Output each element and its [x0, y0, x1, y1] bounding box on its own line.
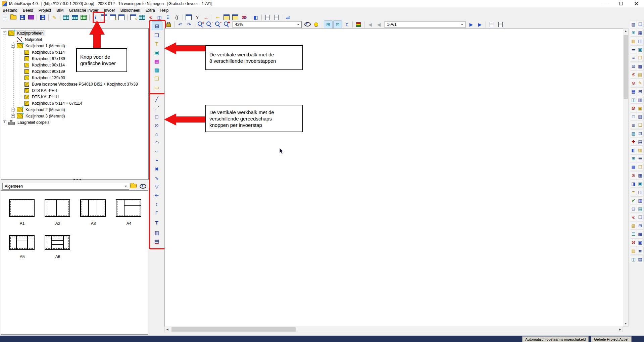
- menu-item[interactable]: Beeld: [20, 7, 36, 13]
- cascade-windows-icon[interactable]: ◧: [252, 14, 260, 21]
- drawing-canvas[interactable]: [164, 28, 623, 327]
- template-thumbnail[interactable]: A2: [45, 199, 71, 226]
- toolbar-icon[interactable]: [127, 14, 128, 20]
- dock-icon[interactable]: ▣: [637, 180, 644, 188]
- tree-expander-icon[interactable]: [11, 44, 15, 48]
- dock-icon[interactable]: ◫: [630, 255, 637, 263]
- dock-icon[interactable]: ▩: [637, 230, 644, 238]
- dock-icon[interactable]: ▨: [630, 222, 637, 230]
- dock-icon[interactable]: ▤: [637, 205, 644, 213]
- close-button[interactable]: [629, 0, 644, 7]
- dock-icon[interactable]: ⊞: [637, 222, 644, 230]
- dock-icon[interactable]: ◨: [630, 180, 637, 188]
- toolbar-icon[interactable]: [195, 21, 195, 28]
- dock-icon[interactable]: ▥: [637, 196, 644, 204]
- toolbar-icon[interactable]: [183, 14, 183, 20]
- snap-toggle-icon[interactable]: ⊡: [333, 20, 342, 29]
- toolbar-icon[interactable]: [48, 14, 49, 20]
- tree-row[interactable]: Kozijnhout 3 (Meranti): [1, 113, 148, 119]
- dock-icon[interactable]: €: [630, 70, 637, 79]
- menu-item[interactable]: Bestand: [0, 7, 20, 13]
- dock-icon[interactable]: ◫: [637, 37, 644, 45]
- dock-icon[interactable]: ▤: [630, 20, 637, 28]
- template-thumbnail[interactable]: A6: [45, 235, 71, 259]
- dock-icon[interactable]: ☰: [637, 154, 644, 162]
- tree-expander-icon[interactable]: [11, 114, 15, 118]
- scroll-up-icon[interactable]: ▲: [623, 29, 628, 34]
- dock-icon[interactable]: ≣: [630, 121, 637, 129]
- dock-icon[interactable]: ▨: [630, 129, 637, 137]
- library-book-icon[interactable]: [27, 14, 35, 21]
- template-thumbnail[interactable]: A4: [116, 199, 142, 226]
- scroll-right-icon[interactable]: ▶: [617, 327, 623, 332]
- 3d-view-icon[interactable]: 3D: [240, 14, 248, 21]
- previous-sheet-icon[interactable]: ◀: [366, 21, 374, 28]
- toolbar-icon[interactable]: [212, 14, 212, 20]
- toolbar-icon[interactable]: [60, 14, 60, 20]
- toolbar-icon[interactable]: [486, 21, 486, 28]
- dock-icon[interactable]: ▤: [637, 255, 644, 263]
- maximize-button[interactable]: [613, 0, 629, 7]
- template-thumbnail[interactable]: A5: [9, 235, 35, 259]
- dock-icon[interactable]: ◫: [637, 188, 644, 196]
- dock-icon[interactable]: ⊞: [630, 29, 637, 37]
- calculation-table-icon[interactable]: [80, 14, 88, 21]
- dock-icon[interactable]: ◧: [630, 146, 637, 154]
- minimize-button[interactable]: [598, 0, 613, 7]
- toolbar-icon[interactable]: [250, 14, 250, 20]
- document-b-icon[interactable]: [272, 14, 280, 21]
- transfer-icon[interactable]: ⇄: [284, 14, 292, 21]
- new-icon[interactable]: [1, 14, 9, 21]
- dock-icon[interactable]: ⊡: [637, 129, 644, 137]
- grid-dots-icon[interactable]: ⠿: [164, 14, 172, 21]
- open-library-button[interactable]: [129, 183, 138, 190]
- scroll-left-icon[interactable]: ◀: [165, 327, 170, 332]
- zoom-window-icon[interactable]: ▫: [205, 21, 213, 28]
- zoom-extents-icon[interactable]: ✱: [223, 21, 231, 28]
- toolbar-icon[interactable]: [282, 14, 282, 20]
- dock-icon[interactable]: ✎: [637, 79, 644, 87]
- ce-mark-icon[interactable]: ((: [173, 14, 181, 21]
- dock-icon[interactable]: ▥: [637, 146, 644, 154]
- dock-icon[interactable]: ▤: [637, 138, 644, 146]
- save-icon[interactable]: [18, 14, 26, 21]
- dock-icon[interactable]: ⊞: [637, 87, 644, 95]
- highlight-icon[interactable]: [312, 21, 320, 28]
- grafische-invoer-icon[interactable]: [109, 14, 117, 21]
- canvas-horizontal-scrollbar[interactable]: ◀ ▶: [164, 327, 623, 332]
- tree-row[interactable]: Laagreliëf dorpels: [1, 119, 148, 126]
- toolbar-icon[interactable]: [322, 21, 322, 28]
- dock-icon[interactable]: ▥: [630, 37, 637, 45]
- dock-icon[interactable]: ❒: [637, 54, 644, 62]
- dock-icon[interactable]: ⊟: [630, 62, 637, 70]
- tree-row[interactable]: DTS KAI-PH-U: [1, 94, 148, 100]
- toolbar-icon[interactable]: [174, 21, 175, 28]
- dock-icon[interactable]: ▧: [637, 112, 644, 120]
- tree-row[interactable]: Buva isostone Woodbase PS4010 BI52 + Koz…: [1, 81, 148, 87]
- dock-icon[interactable]: ▣: [637, 45, 644, 53]
- visibility-icon[interactable]: [303, 21, 311, 28]
- tree-expander-icon[interactable]: [11, 108, 15, 111]
- table-edit-icon[interactable]: [138, 14, 146, 21]
- tools-icon[interactable]: Y: [193, 14, 201, 21]
- zoom-plusminus-icon[interactable]: ±: [197, 21, 205, 28]
- dock-icon[interactable]: €: [630, 213, 637, 221]
- toolbar-icon[interactable]: [261, 14, 262, 20]
- dock-icon[interactable]: Ø: [630, 104, 637, 112]
- dock-icon[interactable]: ▩: [637, 62, 644, 70]
- report-icon[interactable]: [222, 14, 231, 21]
- first-sheet-icon[interactable]: ◀: [375, 21, 383, 28]
- library-select[interactable]: Algemeen: [2, 183, 129, 190]
- toolbar-icon[interactable]: [89, 14, 90, 20]
- dock-icon[interactable]: ▥: [637, 96, 644, 104]
- last-sheet-icon[interactable]: ▶: [476, 21, 484, 28]
- undo-icon[interactable]: ↶: [176, 21, 184, 28]
- template-thumbnail[interactable]: A1: [9, 199, 35, 226]
- toolbar-icon[interactable]: [364, 21, 364, 28]
- vertical-scroll-thumb[interactable]: [624, 35, 628, 99]
- save-all-icon[interactable]: [39, 14, 47, 21]
- document-e-icon[interactable]: [263, 14, 271, 21]
- project-table-icon[interactable]: [62, 14, 70, 21]
- menu-item[interactable]: Help: [158, 7, 171, 13]
- sheet-new-icon[interactable]: [488, 21, 496, 28]
